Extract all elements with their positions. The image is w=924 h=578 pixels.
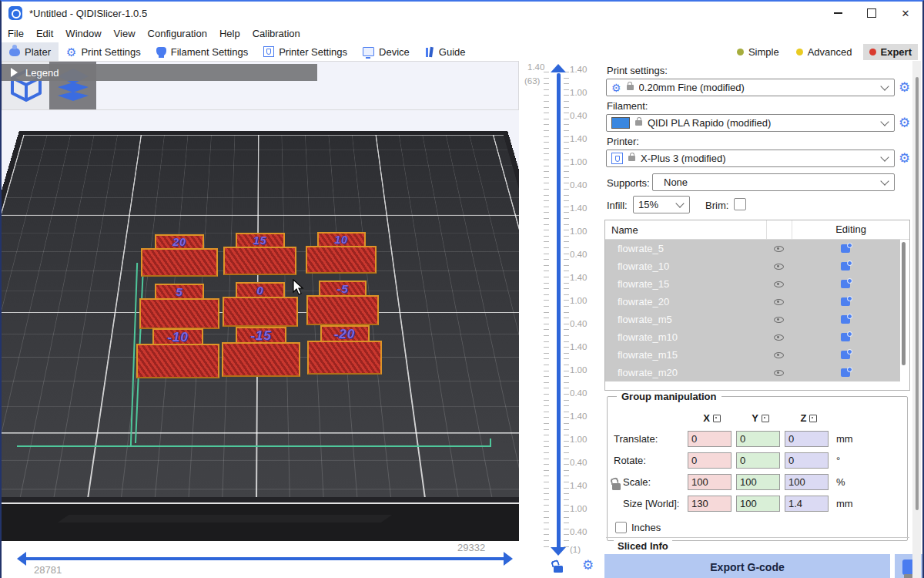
- y-value-field[interactable]: 0: [736, 452, 780, 469]
- menu-item[interactable]: Configuration: [148, 26, 216, 41]
- manipulation-row: Translate: 0 0 0 mm: [608, 431, 907, 447]
- move-slider-track[interactable]: [25, 557, 507, 560]
- tab-device[interactable]: Device: [355, 42, 417, 61]
- object-list-scrollbar[interactable]: [902, 242, 906, 365]
- editing-cell[interactable]: [791, 244, 900, 253]
- z-value-field[interactable]: 1.4: [785, 496, 829, 512]
- tab-print-settings[interactable]: ⚙ Print Settings: [59, 42, 149, 61]
- move-slider-left-thumb[interactable]: [17, 552, 26, 566]
- tab-filament-settings[interactable]: Filament Settings: [149, 42, 256, 61]
- model-flowrate-m15[interactable]: -15: [222, 327, 300, 377]
- column-header-editing[interactable]: Editing: [792, 220, 909, 239]
- object-row[interactable]: flowrate_5: [605, 240, 900, 257]
- printer-combo[interactable]: X-Plus 3 (modified): [606, 150, 895, 167]
- inches-checkbox[interactable]: [615, 522, 627, 533]
- tab-printer-settings[interactable]: Printer Settings: [256, 42, 355, 61]
- visibility-cell[interactable]: [766, 244, 791, 254]
- app-icon: [8, 6, 22, 20]
- column-header-visibility[interactable]: [766, 220, 792, 239]
- menu-item[interactable]: Window: [65, 26, 109, 41]
- x-value-field[interactable]: 0: [688, 431, 732, 447]
- layer-slider-track[interactable]: [557, 73, 561, 549]
- model-flowrate-20[interactable]: 20: [141, 234, 218, 277]
- maximize-button[interactable]: [855, 2, 889, 25]
- object-row[interactable]: flowrate_m20: [605, 364, 900, 381]
- object-name: flowrate_15: [605, 278, 766, 290]
- edit-printer-gear[interactable]: ⚙: [899, 152, 910, 165]
- column-header-name[interactable]: Name: [605, 224, 766, 236]
- tab-plater[interactable]: Plater: [2, 42, 59, 61]
- panel-scrollbar-thumb[interactable]: [916, 77, 919, 510]
- minimize-button[interactable]: [821, 2, 855, 25]
- y-value-field[interactable]: 0: [736, 431, 780, 447]
- uniform-scale-lock-icon[interactable]: [612, 483, 621, 490]
- layer-slider-upper-thumb[interactable]: [551, 64, 566, 72]
- slider-settings-gear-icon[interactable]: ⚙: [582, 559, 594, 572]
- model-flowrate-0[interactable]: 0: [223, 282, 298, 327]
- model-flowrate-15[interactable]: 15: [223, 233, 296, 275]
- object-row[interactable]: flowrate_10: [605, 257, 900, 275]
- mode-advanced[interactable]: Advanced: [790, 44, 859, 60]
- editing-cell[interactable]: [791, 333, 900, 341]
- brim-checkbox[interactable]: [734, 198, 746, 210]
- model-flowrate-m10[interactable]: -10: [136, 328, 219, 378]
- object-row[interactable]: flowrate_m10: [605, 328, 900, 346]
- visibility-cell[interactable]: [766, 314, 791, 324]
- tick-label: 0.40: [570, 250, 601, 259]
- visibility-cell[interactable]: [766, 261, 791, 271]
- editing-cell[interactable]: [791, 368, 900, 377]
- y-value-field[interactable]: 100: [736, 474, 780, 490]
- menu-item[interactable]: Calibration: [253, 26, 309, 41]
- object-row[interactable]: flowrate_15: [605, 275, 900, 293]
- tick-label: 1.40: [570, 273, 601, 282]
- visibility-cell[interactable]: [766, 279, 791, 289]
- layer-slider-lower-thumb[interactable]: [551, 547, 566, 556]
- object-row[interactable]: flowrate_m5: [605, 311, 900, 328]
- object-settings-icon: [841, 262, 850, 271]
- slider-lock-icon[interactable]: [554, 566, 563, 573]
- model-flowrate-10[interactable]: 10: [306, 232, 377, 274]
- tick-label: 0.40: [570, 527, 601, 536]
- z-value-field[interactable]: 100: [785, 474, 829, 490]
- menu-item[interactable]: Edit: [36, 26, 62, 41]
- menu-item[interactable]: View: [114, 26, 144, 41]
- x-value-field[interactable]: 100: [688, 474, 732, 490]
- y-value-field[interactable]: 100: [736, 496, 780, 512]
- filament-combo[interactable]: QIDI PLA Rapido (modified): [606, 114, 895, 132]
- x-value-field[interactable]: 0: [688, 452, 732, 469]
- object-row[interactable]: flowrate_m15: [605, 346, 900, 364]
- editing-cell[interactable]: [791, 280, 900, 288]
- edit-print-settings-gear[interactable]: ⚙: [899, 81, 910, 94]
- visibility-cell[interactable]: [766, 350, 791, 360]
- z-value-field[interactable]: 0: [785, 452, 829, 469]
- editing-cell[interactable]: [791, 315, 900, 324]
- supports-combo[interactable]: None: [652, 173, 895, 191]
- move-slider-right-thumb[interactable]: [504, 552, 513, 566]
- print-settings-combo[interactable]: ⚙ 0.20mm Fine (modified): [606, 79, 895, 96]
- tick-marks-left: [544, 72, 549, 548]
- model-body: [306, 295, 379, 325]
- visibility-cell[interactable]: [766, 297, 791, 307]
- close-button[interactable]: ✕: [889, 2, 922, 25]
- export-gcode-button[interactable]: Export G-code: [604, 554, 890, 578]
- 3d-viewport[interactable]: Legend 20 15 10 5 0 -5: [2, 61, 519, 541]
- menu-item[interactable]: Help: [219, 26, 249, 41]
- menu-item[interactable]: File: [8, 26, 32, 41]
- editing-cell[interactable]: [791, 351, 900, 359]
- editing-cell[interactable]: [791, 262, 900, 271]
- tab-guide[interactable]: Guide: [417, 42, 474, 61]
- visibility-cell[interactable]: [766, 368, 791, 378]
- editing-cell[interactable]: [791, 297, 900, 306]
- model-flowrate-m5[interactable]: -5: [306, 281, 379, 325]
- x-value-field[interactable]: 130: [688, 496, 732, 512]
- model-flowrate-m20[interactable]: -20: [307, 325, 382, 375]
- z-value-field[interactable]: 0: [785, 431, 829, 447]
- object-row[interactable]: flowrate_20: [605, 293, 900, 311]
- edit-filament-gear[interactable]: ⚙: [899, 116, 910, 129]
- mode-simple[interactable]: Simple: [731, 44, 785, 60]
- legend-bar[interactable]: Legend: [2, 64, 317, 81]
- infill-combo[interactable]: 15%: [633, 196, 690, 213]
- model-flowrate-5[interactable]: 5: [139, 284, 219, 329]
- mode-expert[interactable]: Expert: [863, 44, 918, 60]
- visibility-cell[interactable]: [766, 332, 791, 342]
